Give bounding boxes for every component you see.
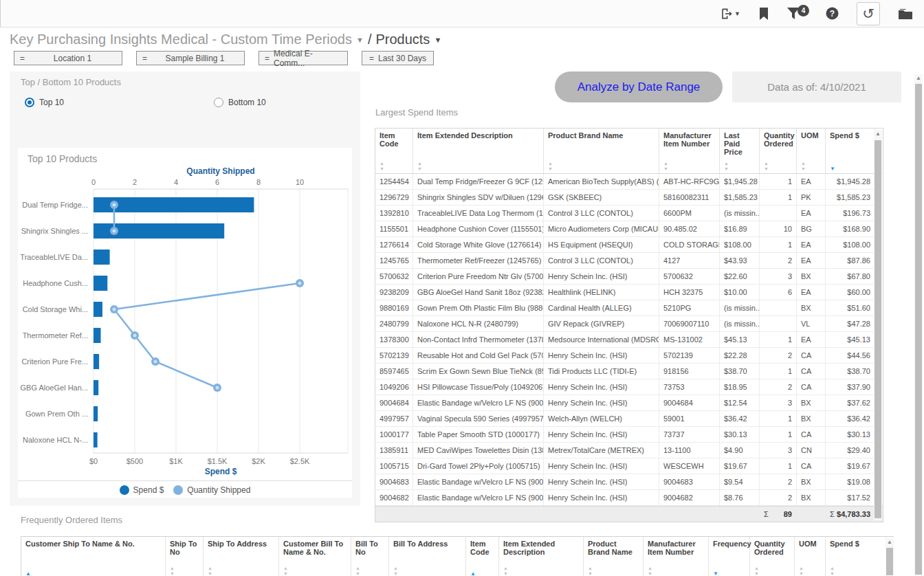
table-row[interactable]: 1378300Non-Contact Infrd Thermometer (13… — [375, 332, 883, 348]
table-row[interactable]: 9880169Gown Prem Oth Plastic Film Blu (9… — [375, 300, 883, 316]
sort-icon[interactable]: ▲▼ — [170, 561, 199, 576]
filter-chip-billing[interactable]: = Sample Billing 1 — [136, 51, 245, 65]
table-row[interactable]: 5702139Reusable Hot and Cold Gel Pack (5… — [375, 348, 883, 364]
column-header[interactable]: Bill To No▲▼ — [351, 537, 389, 576]
table-row[interactable]: 1000177Table Paper Smooth STD (1000177)H… — [375, 427, 883, 443]
column-header[interactable]: UOM▲▼ — [797, 129, 826, 173]
table-row[interactable]: 8597465Scrim Ex Gown Sewn Blue TieNck (8… — [375, 364, 883, 379]
help-button[interactable]: ? — [826, 7, 839, 20]
scroll-up-icon[interactable]: ▲ — [874, 130, 882, 138]
column-header[interactable]: Customer Ship To Name & No.▲ — [21, 537, 166, 576]
column-header-label: Frequency — [713, 540, 745, 548]
page-scrollbar[interactable]: ▲ — [914, 74, 923, 576]
column-header[interactable]: Bill To Address▲▼ — [389, 537, 466, 576]
column-header[interactable]: Item Extended Description▲▼ — [413, 129, 544, 173]
sort-icon[interactable]: ▲▼ — [830, 561, 881, 576]
sort-icon[interactable]: ▲▼ — [724, 156, 755, 171]
sort-icon[interactable]: ▲▼ — [648, 561, 704, 576]
table-cell: $16.89 — [720, 221, 760, 236]
column-header[interactable]: Ship To No▲▼ — [166, 537, 204, 576]
sort-icon[interactable]: ▲▼ — [588, 561, 639, 576]
table-row[interactable]: 1155501Headphone Cushion Cover (1155501)… — [375, 221, 883, 237]
bookmark-button[interactable] — [758, 8, 769, 20]
legend-item[interactable]: Spend $ — [120, 485, 164, 495]
column-header[interactable]: Product Brand Name▲▼ — [544, 129, 659, 173]
column-header[interactable]: Item Extended Description▲▼ — [499, 537, 584, 576]
column-header[interactable]: Item Code▲ — [466, 537, 499, 576]
radio-label: Top 10 — [39, 98, 64, 107]
sort-icon[interactable]: ▲▼ — [503, 561, 579, 576]
sort-icon[interactable]: ▼ — [830, 162, 870, 171]
filter-chip-location[interactable]: = Location 1 — [14, 51, 122, 65]
table-row[interactable]: 9004684Elastic Bandage w/Velcro LF NS (9… — [375, 395, 883, 411]
table-row[interactable]: 1385911MED CaviWipes Towelettes Disin (1… — [375, 443, 883, 458]
scroll-up-icon[interactable]: ▲ — [886, 538, 894, 546]
table-row[interactable]: 1005715Dri-Gard Towel 2Ply+Poly (1005715… — [375, 458, 883, 474]
column-header[interactable]: Manufacturer Item Number▲▼ — [659, 129, 720, 173]
table-row[interactable]: 9004682Elastic Bandage w/Velcro LF NS (9… — [375, 490, 883, 506]
export-button[interactable]: ▼ — [719, 7, 740, 21]
sort-icon[interactable]: ▲▼ — [663, 156, 715, 171]
table-row[interactable]: 1392810TraceableLIVE Data Log Thermom (1… — [375, 206, 883, 221]
top-10-products-chart[interactable]: Quantity Shipped0246810Dual Temp Fridge.… — [18, 164, 352, 478]
table-row[interactable]: 1296729Shingrix Shingles SDV w/Diluen (1… — [375, 190, 883, 206]
sort-icon[interactable]: ▼ — [713, 566, 745, 576]
column-header[interactable]: Frequency▼ — [709, 537, 750, 576]
page-selector-caret-icon[interactable]: ▼ — [434, 36, 441, 44]
column-header[interactable]: UOM▲▼ — [795, 537, 826, 576]
filter-button[interactable]: 4 — [787, 8, 800, 19]
sort-icon[interactable]: ▲▼ — [380, 156, 408, 171]
scrollbar-thumb[interactable] — [915, 84, 922, 575]
column-header[interactable]: Spend $▲▼ — [826, 537, 886, 576]
report-title-caret-icon[interactable]: ▼ — [356, 36, 364, 44]
table-cell: Henry Schein Inc. (HSI) — [544, 427, 659, 442]
table-row[interactable]: 1245765Thermometer Ref/Freezer (1245765)… — [375, 253, 883, 269]
sort-icon[interactable]: ▲▼ — [801, 156, 821, 171]
column-header[interactable]: Customer Bill To Name & No.▲▼ — [279, 537, 351, 576]
column-header[interactable]: Item Code▲▼ — [375, 129, 413, 173]
sort-icon[interactable]: ▲▼ — [417, 156, 539, 171]
sort-icon[interactable]: ▲▼ — [754, 561, 790, 576]
column-header[interactable]: Last Paid Price▲▼ — [720, 129, 760, 173]
scrollbar-thumb[interactable] — [886, 548, 893, 575]
radio-top-10[interactable]: Top 10 — [25, 98, 64, 107]
sort-icon[interactable]: ▲▼ — [764, 156, 792, 171]
table-row[interactable]: 4997957Vaginal Specula 590 Series (49979… — [375, 411, 883, 427]
filter-chip-medical[interactable]: = Medical E-Comm... — [258, 51, 348, 65]
column-header[interactable]: Product Brand Name▲▼ — [584, 537, 644, 576]
table-row[interactable]: 5700632Criterion Pure Freedom Ntr Glv (5… — [375, 269, 883, 285]
spend-table-scrollbar[interactable]: ▲ — [874, 130, 882, 520]
briefcase-button[interactable] — [898, 8, 913, 20]
legend-item[interactable]: Quantity Shipped — [173, 485, 250, 495]
sort-icon[interactable]: ▲▼ — [548, 156, 654, 171]
sort-icon[interactable]: ▲▼ — [208, 561, 274, 576]
sort-icon[interactable]: ▲▼ — [393, 561, 461, 576]
sort-icon[interactable]: ▲ — [470, 566, 494, 576]
sort-icon[interactable]: ▲ — [25, 566, 161, 576]
sort-icon[interactable]: ▲▼ — [283, 561, 346, 576]
refresh-button[interactable]: ↺ — [857, 2, 880, 25]
table-cell: $19.67 — [826, 458, 875, 474]
sort-icon[interactable]: ▲▼ — [799, 561, 821, 576]
scrollbar-thumb[interactable] — [874, 140, 881, 518]
freq-table-scrollbar[interactable]: ▲ — [886, 538, 894, 575]
table-cell: $108.00 — [826, 237, 875, 252]
sort-icon[interactable]: ▲▼ — [355, 561, 384, 576]
column-header[interactable]: Manufacturer Item Number▲▼ — [644, 537, 709, 576]
report-title[interactable]: Key Purchasing Insights Medical - Custom… — [10, 32, 352, 47]
scroll-up-icon[interactable]: ▲ — [914, 74, 923, 82]
column-header[interactable]: Quantity Ordered▲▼ — [760, 129, 797, 173]
filter-chip-period[interactable]: = Last 30 Days — [362, 51, 434, 65]
page-selector[interactable]: Products — [375, 32, 430, 47]
table-row[interactable]: 1276614Cold Storage White Glove (1276614… — [375, 237, 883, 253]
radio-bottom-10[interactable]: Bottom 10 — [214, 98, 266, 107]
table-row[interactable]: 9238209GBG AloeGel Hand Sanit 18oz (9238… — [375, 285, 883, 300]
analyze-by-date-range-button[interactable]: Analyze by Date Range — [555, 71, 723, 102]
table-row[interactable]: 1254454Dual Temp Fridge/Freezer G 9CF (1… — [375, 174, 883, 190]
column-header[interactable]: Ship To Address▲▼ — [204, 537, 279, 576]
table-row[interactable]: 9004683Elastic Bandage w/Velcro LF NS (9… — [375, 474, 883, 490]
column-header[interactable]: Spend $▼ — [826, 129, 875, 173]
table-row[interactable]: 1049206HSI Pillowcase Tissue/Poly (10492… — [375, 379, 883, 395]
column-header[interactable]: Quantity Ordered▲▼ — [750, 537, 795, 576]
table-row[interactable]: 2480799Naloxone HCL N-R (2480799)GIV Rep… — [375, 316, 883, 332]
